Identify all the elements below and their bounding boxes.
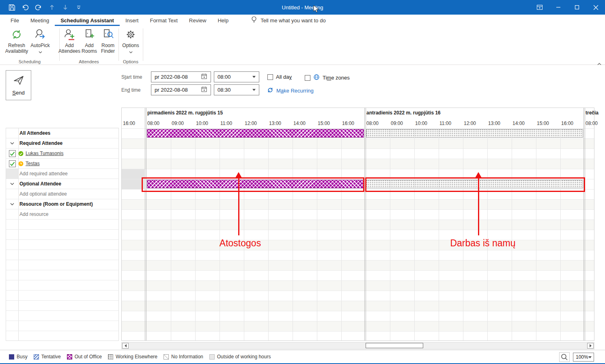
refresh-availability-button[interactable]: Refresh Availability	[6, 28, 28, 54]
attendee-name-link[interactable]: Testas	[26, 161, 40, 166]
attendee-name-link[interactable]: Lukas Tumasonis	[26, 151, 63, 156]
zoom-magnifier-button[interactable]	[559, 352, 570, 362]
chevron-down-icon[interactable]	[6, 199, 18, 209]
add-rooms-label-1: Add	[85, 43, 93, 48]
attendee-checkbox[interactable]	[6, 159, 18, 168]
tab-file[interactable]: File	[5, 15, 25, 26]
day-separator	[366, 108, 366, 340]
zoom-control: 100%	[559, 352, 594, 362]
day-separator	[146, 108, 146, 340]
day-separator	[585, 108, 585, 340]
day-separator	[583, 108, 584, 340]
make-recurring-link[interactable]: Make Recurring	[267, 87, 314, 95]
add-required-attendee-row[interactable]: Add required attendee	[6, 169, 118, 179]
scroll-right-button[interactable]	[587, 343, 594, 349]
gear-icon	[125, 28, 137, 41]
legend-item-tentative: Tentative	[34, 354, 61, 360]
day-header-2: antradienis 2022 m. rugpjūtis 16	[366, 110, 441, 116]
start-date-field[interactable]: pr 2022-08-08	[151, 71, 211, 82]
room-finder-label-2: Finder	[101, 48, 115, 54]
chevron-down-icon[interactable]	[6, 138, 18, 148]
undo-icon[interactable]	[22, 4, 29, 11]
end-time-field[interactable]: 08:30	[214, 84, 259, 95]
tell-me-label: Tell me what you want to do	[261, 17, 325, 24]
attendee-checkbox[interactable]	[6, 149, 18, 158]
send-button[interactable]: Send	[6, 70, 31, 100]
add-attendees-button[interactable]: Add Attendees	[59, 28, 80, 54]
room-finder-button[interactable]: Room Finder	[98, 28, 118, 54]
hour-label: 16:00	[561, 121, 573, 126]
chevron-down-icon[interactable]	[6, 179, 18, 189]
move-up-icon[interactable]	[48, 4, 56, 11]
add-rooms-icon	[83, 28, 95, 41]
customize-qat-icon[interactable]	[75, 4, 82, 11]
all-day-checkbox[interactable]	[267, 74, 273, 80]
calendar-icon[interactable]	[201, 73, 207, 81]
tab-review[interactable]: Review	[183, 15, 212, 26]
attendee-row-testas[interactable]: Testas	[6, 159, 118, 169]
meeting-form: Send Start time pr 2022-08-08 08:00 End …	[0, 65, 605, 108]
tell-me-box[interactable]: Tell me what you want to do	[251, 15, 325, 26]
group-row-resource[interactable]: Resource (Room or Equipment)	[6, 199, 118, 209]
add-resource-row[interactable]: Add resource	[6, 209, 118, 220]
hour-gridlines-day-1	[171, 128, 365, 340]
add-optional-attendee-field[interactable]: Add optional attendee	[18, 191, 67, 197]
hour-label: 11:00	[439, 121, 451, 126]
minimize-button[interactable]	[549, 0, 568, 15]
room-finder-label-1: Room	[101, 43, 114, 48]
hour-gridlines-day-2	[390, 128, 584, 340]
group-row-required[interactable]: Required Attendee	[6, 138, 118, 149]
scroll-left-button[interactable]	[122, 343, 129, 349]
tab-insert[interactable]: Insert	[120, 15, 144, 26]
tab-help[interactable]: Help	[212, 15, 234, 26]
hour-label: 09:00	[391, 121, 403, 126]
add-optional-attendee-row[interactable]: Add optional attendee	[6, 189, 118, 199]
close-button[interactable]	[586, 0, 605, 15]
scrollbar-thumb[interactable]	[366, 343, 423, 348]
ribbon-group-separator	[143, 28, 143, 61]
all-day-checkbox-row[interactable]: All day	[267, 74, 292, 80]
time-zones-checkbox-row[interactable]: Time zones	[305, 74, 350, 82]
attendee-table: All Attendees Required Attendee Lukas Tu…	[6, 128, 119, 341]
move-down-icon[interactable]	[62, 4, 69, 11]
dropdown-arrow-icon[interactable]	[252, 76, 256, 78]
add-resource-field[interactable]: Add resource	[18, 211, 48, 217]
autopick-button[interactable]: AutoPick	[28, 28, 52, 55]
tab-format-text[interactable]: Format Text	[144, 15, 183, 26]
end-date-value: pr 2022-08-08	[155, 87, 201, 93]
calendar-icon[interactable]	[201, 86, 207, 94]
end-date-field[interactable]: pr 2022-08-08	[151, 84, 211, 95]
globe-icon	[313, 74, 320, 82]
group-row-optional[interactable]: Optional Attendee	[6, 179, 118, 189]
horizontal-scrollbar[interactable]	[121, 342, 594, 349]
ribbon-display-options-button[interactable]	[530, 0, 549, 15]
tab-scheduling-assistant[interactable]: Scheduling Assistant	[55, 15, 120, 26]
zoom-level-dropdown[interactable]: 100%	[573, 353, 594, 362]
legend-item-working-elsewhere: Working Elsewhere	[108, 354, 157, 360]
add-rooms-label-2: Rooms	[82, 48, 97, 54]
tab-meeting[interactable]: Meeting	[25, 15, 55, 26]
save-icon[interactable]	[8, 4, 15, 11]
add-attendees-icon	[63, 28, 75, 41]
grid-body[interactable]	[122, 128, 594, 340]
recurrence-icon	[267, 87, 273, 95]
refresh-availability-label-1: Refresh	[8, 43, 25, 48]
ribbon-group-separator	[118, 28, 119, 61]
hour-label: 13:00	[488, 121, 500, 126]
ribbon-tab-bar: File Meeting Scheduling Assistant Insert…	[0, 15, 605, 26]
add-attendees-label-1: Add	[65, 43, 73, 48]
start-time-field[interactable]: 08:00	[214, 71, 259, 82]
ribbon: Refresh Availability AutoPick Add Attend…	[0, 26, 605, 65]
start-time-label: Start time	[121, 74, 142, 80]
attendee-row-lukas[interactable]: Lukas Tumasonis	[6, 149, 118, 159]
hour-label: 15:00	[318, 121, 330, 126]
add-rooms-button[interactable]: Add Rooms	[80, 28, 98, 54]
resource-label: Resource (Room or Equipment)	[18, 201, 93, 207]
options-button[interactable]: Options	[120, 28, 141, 55]
time-zones-checkbox[interactable]	[305, 75, 310, 81]
maximize-button[interactable]	[568, 0, 586, 15]
dropdown-arrow-icon[interactable]	[252, 89, 256, 91]
add-required-attendee-field[interactable]: Add required attendee	[18, 171, 68, 177]
free-busy-grid[interactable]: pirmadienis 2022 m. rugpjūtis 15 antradi…	[121, 108, 594, 341]
redo-icon[interactable]	[35, 4, 42, 11]
